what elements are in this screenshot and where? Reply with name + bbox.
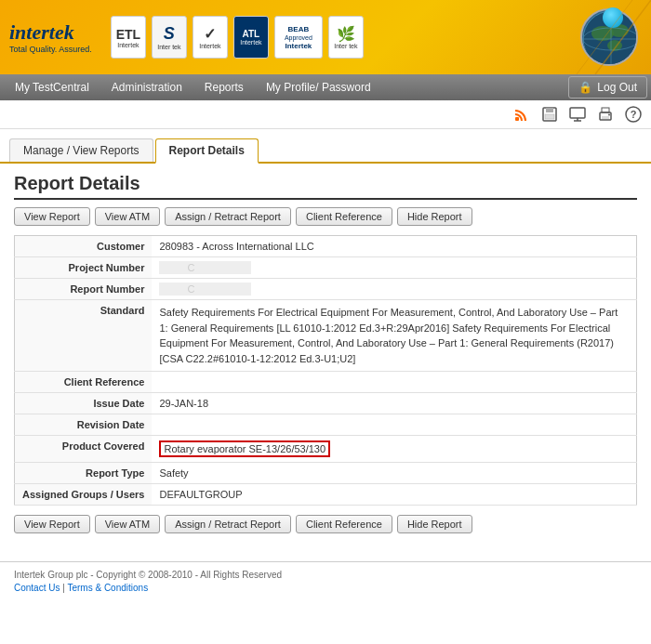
project-number-value: C xyxy=(152,257,636,279)
table-row: Client Reference xyxy=(15,372,637,393)
svg-line-8 xyxy=(595,0,651,74)
table-row: Standard Safety Requirements For Electri… xyxy=(15,300,637,372)
table-row: Issue Date 29-JAN-18 xyxy=(15,393,637,414)
table-row: Report Number C xyxy=(15,279,637,300)
table-row: Project Number C xyxy=(15,257,637,279)
badge-beab: BEAB Approved Intertek xyxy=(274,16,323,59)
badge-s: S Inter tek xyxy=(152,16,187,59)
tabs-bar: Manage / View Reports Report Details xyxy=(0,129,651,164)
revision-date-label: Revision Date xyxy=(15,414,153,436)
svg-text:?: ? xyxy=(631,109,637,120)
printer-icon[interactable] xyxy=(595,104,616,125)
table-row: Revision Date xyxy=(15,414,637,436)
terms-link[interactable]: Terms & Conditions xyxy=(67,583,148,593)
svg-rect-10 xyxy=(515,117,519,121)
save-icon[interactable] xyxy=(539,104,560,125)
hide-report-bottom-button[interactable]: Hide Report xyxy=(397,515,472,533)
header-badges: ETL Intertek S Inter tek ✓ Intertek ATL … xyxy=(111,16,577,59)
badge-leaf: 🌿 Inter tek xyxy=(328,16,364,59)
assigned-groups-label: Assigned Groups / Users xyxy=(15,484,153,506)
project-number-masked: C xyxy=(159,261,251,274)
table-row: Product Covered Rotary evaporator SE-13/… xyxy=(15,436,637,463)
view-atm-top-button[interactable]: View ATM xyxy=(95,207,161,226)
help-icon[interactable]: ? xyxy=(623,104,644,125)
nav-my-test-central[interactable]: My TestCentral xyxy=(4,77,100,98)
table-row: Assigned Groups / Users DEFAULTGROUP xyxy=(15,484,637,506)
project-number-label: Project Number xyxy=(15,257,153,279)
revision-date-value xyxy=(152,414,636,436)
logo-text: intertek xyxy=(9,20,92,45)
details-table: Customer 280983 - Across International L… xyxy=(14,235,637,506)
client-ref-bottom-button[interactable]: Client Reference xyxy=(296,515,392,533)
page-content: Report Details View Report View ATM Assi… xyxy=(0,164,651,543)
issue-date-label: Issue Date xyxy=(15,393,153,414)
view-atm-bottom-button[interactable]: View ATM xyxy=(95,515,161,533)
lock-icon: 🔒 xyxy=(578,81,592,94)
rss-icon[interactable] xyxy=(512,104,532,125)
badge-check: ✓ Intertek xyxy=(193,16,228,59)
table-row: Customer 280983 - Across International L… xyxy=(15,236,637,257)
svg-rect-13 xyxy=(545,114,554,119)
top-action-buttons: View Report View ATM Assign / Retract Re… xyxy=(14,207,637,226)
client-reference-value xyxy=(152,372,636,393)
assign-retract-top-button[interactable]: Assign / Retract Report xyxy=(165,207,291,226)
toolbar-icons: ? xyxy=(0,100,651,129)
logout-label: Log Out xyxy=(597,81,637,94)
bottom-action-buttons: View Report View ATM Assign / Retract Re… xyxy=(14,515,637,533)
product-covered-highlight: Rotary evaporator SE-13/26/53/130 xyxy=(159,440,330,457)
svg-line-9 xyxy=(577,0,632,74)
footer-links: Contact Us | Terms & Conditions xyxy=(14,583,637,593)
tagline: Total Quality. Assured. xyxy=(9,45,92,54)
copyright-text: Intertek Group plc - Copyright © 2008-20… xyxy=(14,570,637,580)
view-report-top-button[interactable]: View Report xyxy=(14,207,90,226)
nav-bar: My TestCentral Administration Reports My… xyxy=(0,74,651,100)
monitor-icon[interactable] xyxy=(567,104,588,125)
customer-label: Customer xyxy=(15,236,153,257)
report-number-masked: C xyxy=(159,283,251,296)
report-number-value: C xyxy=(152,279,636,300)
nav-my-profile[interactable]: My Profile/ Password xyxy=(255,77,382,98)
table-row: Report Type Safety xyxy=(15,463,637,484)
logout-button[interactable]: 🔒 Log Out xyxy=(568,76,647,99)
tab-manage-reports[interactable]: Manage / View Reports xyxy=(9,138,153,162)
nav-administration[interactable]: Administration xyxy=(100,77,193,98)
report-type-label: Report Type xyxy=(15,463,153,484)
contact-us-link[interactable]: Contact Us xyxy=(14,583,60,593)
header: intertek Total Quality. Assured. ETL Int… xyxy=(0,0,651,74)
header-decoration xyxy=(539,0,651,74)
standard-label: Standard xyxy=(15,300,153,372)
assigned-groups-value: DEFAULTGROUP xyxy=(152,484,636,506)
hide-report-top-button[interactable]: Hide Report xyxy=(397,207,472,226)
svg-rect-19 xyxy=(602,116,609,119)
report-type-value: Safety xyxy=(152,463,636,484)
client-ref-top-button[interactable]: Client Reference xyxy=(296,207,392,226)
page-title: Report Details xyxy=(14,173,637,200)
standard-value: Safety Requirements For Electrical Equip… xyxy=(152,300,636,372)
product-covered-value: Rotary evaporator SE-13/26/53/130 xyxy=(152,436,636,463)
issue-date-value: 29-JAN-18 xyxy=(152,393,636,414)
view-report-bottom-button[interactable]: View Report xyxy=(14,515,90,533)
badge-atl: ATL Intertek xyxy=(233,16,269,59)
tab-report-details[interactable]: Report Details xyxy=(155,138,259,164)
logo: intertek Total Quality. Assured. xyxy=(9,20,92,54)
nav-reports[interactable]: Reports xyxy=(193,77,255,98)
badge-etl: ETL Intertek xyxy=(111,16,146,59)
report-number-label: Report Number xyxy=(15,279,153,300)
product-covered-label: Product Covered xyxy=(15,436,153,463)
customer-value: 280983 - Across International LLC xyxy=(152,236,636,257)
page-footer: Intertek Group plc - Copyright © 2008-20… xyxy=(0,561,651,600)
svg-rect-12 xyxy=(546,108,553,112)
svg-point-20 xyxy=(608,114,610,116)
svg-rect-14 xyxy=(570,108,585,118)
assign-retract-bottom-button[interactable]: Assign / Retract Report xyxy=(165,515,291,533)
client-reference-label: Client Reference xyxy=(15,372,153,393)
